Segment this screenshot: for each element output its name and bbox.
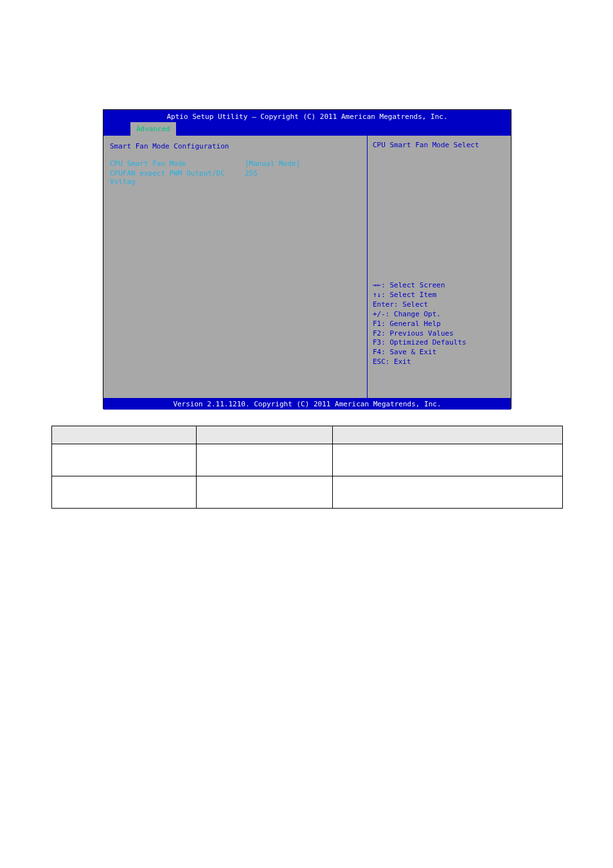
help-key-line: F1: General Help	[373, 320, 506, 329]
table-cell	[52, 444, 197, 476]
help-description: CPU Smart Fan Mode Select	[373, 141, 506, 149]
setting-value[interactable]: [Manual Mode]	[245, 159, 300, 168]
setting-value[interactable]: 255	[245, 169, 258, 186]
table-row	[52, 444, 563, 476]
table-cell	[52, 476, 197, 509]
table-header	[52, 426, 197, 444]
setting-label: CPUFAN expect PWM Output/DC Voltag	[110, 169, 245, 186]
help-key-line: F4: Save & Exit	[373, 348, 506, 357]
table-header	[333, 426, 563, 444]
bios-title: Aptio Setup Utility – Copyright (C) 2011…	[103, 110, 511, 121]
setting-label: CPU Smart Fan Mode	[110, 159, 245, 168]
bios-body: Smart Fan Mode Configuration CPU Smart F…	[103, 136, 511, 398]
bios-header: Aptio Setup Utility – Copyright (C) 2011…	[103, 110, 511, 136]
table-header-row	[52, 426, 563, 444]
doc-table	[51, 426, 563, 509]
setting-row-cpufan-pwm[interactable]: CPUFAN expect PWM Output/DC Voltag 255	[110, 169, 360, 186]
bios-window: Aptio Setup Utility – Copyright (C) 2011…	[103, 109, 511, 409]
help-key-line: Enter: Select	[373, 300, 506, 310]
table-header	[197, 426, 333, 444]
table-cell	[197, 444, 333, 476]
table-cell	[197, 476, 333, 509]
help-key-line: →←: Select Screen	[373, 281, 506, 291]
help-key-line: F2: Previous Values	[373, 329, 506, 339]
help-key-line: ↑↓: Select Item	[373, 291, 506, 300]
table-row	[52, 476, 563, 509]
table-cell	[333, 476, 563, 509]
help-keys: →←: Select Screen ↑↓: Select Item Enter:…	[373, 281, 506, 393]
section-title: Smart Fan Mode Configuration	[110, 142, 360, 150]
help-key-line: +/-: Change Opt.	[373, 310, 506, 320]
help-key-line: F3: Optimized Defaults	[373, 338, 506, 348]
tab-advanced[interactable]: Advanced	[130, 122, 176, 136]
help-panel: CPU Smart Fan Mode Select →←: Select Scr…	[367, 136, 511, 398]
setting-row-cpu-smart-fan-mode[interactable]: CPU Smart Fan Mode [Manual Mode]	[110, 159, 360, 168]
table-cell	[333, 444, 563, 476]
settings-panel: Smart Fan Mode Configuration CPU Smart F…	[103, 136, 367, 398]
help-key-line: ESC: Exit	[373, 357, 506, 367]
bios-footer: Version 2.11.1210. Copyright (C) 2011 Am…	[103, 398, 511, 410]
